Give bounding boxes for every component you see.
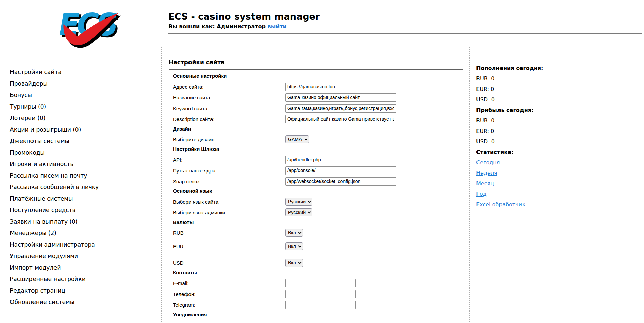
form-row-telegram: Telegram: <box>173 300 463 309</box>
deposit-value-line: RUB: 0 <box>476 75 637 82</box>
core-path-input[interactable] <box>285 166 396 175</box>
usd-toggle-select[interactable]: Вкл <box>285 259 303 267</box>
form-row-soap: Soap шлюз: <box>173 177 463 186</box>
stat-link[interactable]: Excel обработчик <box>476 201 526 208</box>
section-heading-currencies: Валюты <box>173 219 463 225</box>
field-label: USD <box>173 260 285 266</box>
sidebar-item[interactable]: Обновление системы <box>10 297 146 308</box>
field-label: Путь к папке ядра: <box>173 168 285 174</box>
sidebar-item[interactable]: Поступление средств <box>10 205 146 216</box>
field-label: E-mail: <box>173 280 285 286</box>
section-heading-design: Дизайн <box>173 125 463 132</box>
rub-toggle-select[interactable]: Вкл <box>285 229 303 237</box>
form-row-usd: USD Вкл <box>173 258 463 267</box>
statistics-title: Статистика: <box>476 149 637 155</box>
login-user: Администратор <box>217 23 266 30</box>
section-heading-gateway: Настройки Шлюза <box>173 146 463 152</box>
login-status: Вы вошли как: Администратор выйти <box>168 23 642 30</box>
sidebar-item[interactable]: Импорт модулей <box>10 262 146 274</box>
profit-value-line: USD: 0 <box>476 138 637 145</box>
sidebar-item[interactable]: Провайдеры <box>10 78 146 90</box>
field-label: Description сайта: <box>173 116 285 122</box>
field-label: Телефон: <box>173 291 285 297</box>
api-input[interactable] <box>285 156 396 164</box>
field-label: Выбери язык сайта <box>173 199 285 205</box>
stat-link-line: Сегодня <box>476 159 637 166</box>
header-divider <box>168 33 642 34</box>
email-input[interactable] <box>285 279 356 287</box>
stat-link-line: Год <box>476 191 637 197</box>
form-row-eur: EUR Вкл <box>173 242 463 251</box>
section-heading-contacts: Контакты <box>173 269 463 276</box>
sidebar-item[interactable]: Джекпоты системы <box>10 136 146 147</box>
eur-toggle-select[interactable]: Вкл <box>285 242 303 250</box>
field-label: Выберите дизайн: <box>173 137 285 142</box>
sidebar-item[interactable]: Менеджеры (2) <box>10 228 146 239</box>
sidebar-item[interactable]: Управление модулями <box>10 251 146 262</box>
sidebar-item[interactable]: Редактор страниц <box>10 285 146 297</box>
deposit-value-line: USD: 0 <box>476 96 637 103</box>
admin-language-select[interactable]: Русский <box>285 208 312 216</box>
site-description-input[interactable] <box>285 115 396 123</box>
section-heading-language: Основной язык <box>173 188 463 194</box>
phone-input[interactable] <box>285 290 356 298</box>
sidebar-item[interactable]: Турниры (0) <box>10 101 146 113</box>
site-language-select[interactable]: Русский <box>285 198 312 206</box>
field-label: RUB <box>173 230 285 236</box>
stat-link[interactable]: Сегодня <box>476 159 500 166</box>
profit-today-list: RUB: 0 EUR: 0 USD: 0 <box>476 117 637 145</box>
stat-link-line: Месяц <box>476 180 637 187</box>
stat-link[interactable]: Месяц <box>476 180 494 187</box>
sidebar-item[interactable]: Настройки сайта <box>10 67 146 78</box>
site-address-input[interactable] <box>285 83 396 91</box>
sidebar-item[interactable]: Бонусы <box>10 90 146 101</box>
deposit-value-line: EUR: 0 <box>476 86 637 92</box>
sidebar-item[interactable]: Настройки администратора <box>10 239 146 251</box>
sidebar-item[interactable]: Игроки и активность <box>10 159 146 170</box>
field-label: Keyword сайта: <box>173 106 285 111</box>
stat-link-line: Excel обработчик <box>476 201 637 208</box>
field-label: Название сайта: <box>173 95 285 100</box>
sidebar-item[interactable]: Рассылка писем на почту <box>10 170 146 182</box>
sidebar-item[interactable]: Платёжные системы <box>10 193 146 205</box>
ecs-logo: ECS ECS <box>47 4 121 48</box>
design-select[interactable]: GAMA <box>285 135 309 143</box>
profit-value-line: RUB: 0 <box>476 117 637 124</box>
form-row-api: API: <box>173 155 463 164</box>
sidebar-item[interactable]: Расширенные настройки <box>10 274 146 285</box>
form-row-design: Выберите дизайн: GAMA <box>173 135 463 144</box>
soap-gateway-input[interactable] <box>285 177 396 186</box>
deposits-today-list: RUB: 0 EUR: 0 USD: 0 <box>476 75 637 103</box>
stat-link[interactable]: Год <box>476 191 487 197</box>
header: ECS ECS ECS - casino system manager Вы в… <box>0 0 644 47</box>
profit-today-title: Прибыль сегодня: <box>476 107 637 113</box>
sidebar-item[interactable]: Акции и розыгрыши (0) <box>10 124 146 136</box>
section-heading-notifications: Уведомления <box>173 311 463 318</box>
sidebar-nav: Настройки сайта Провайдеры Бонусы Турнир… <box>0 47 161 323</box>
field-label: Адрес сайта: <box>173 84 285 90</box>
site-settings-form: Основные настройки Адрес сайта: Название… <box>169 70 463 323</box>
form-row-phone: Телефон: <box>173 290 463 298</box>
site-name-input[interactable] <box>285 93 396 102</box>
stat-link[interactable]: Неделя <box>476 170 497 176</box>
form-row-rub: RUB Вкл <box>173 228 463 237</box>
panel-title: Настройки сайта <box>169 59 463 66</box>
stats-panel: Пополнения сегодня: RUB: 0 EUR: 0 USD: 0… <box>470 47 644 323</box>
form-row-core-path: Путь к папке ядра: <box>173 166 463 175</box>
logout-link[interactable]: выйти <box>268 23 287 30</box>
section-heading-basic: Основные настройки <box>173 73 463 79</box>
field-label: API: <box>173 157 285 163</box>
page-title: ECS - casino system manager <box>168 11 642 22</box>
sidebar-item[interactable]: Промокоды <box>10 147 146 159</box>
login-prefix: Вы вошли как: <box>168 23 215 30</box>
form-row-email: E-mail: <box>173 279 463 287</box>
telegram-input[interactable] <box>285 301 356 309</box>
form-row-site-address: Адрес сайта: <box>173 82 463 91</box>
site-keywords-input[interactable] <box>285 104 396 113</box>
sidebar-item[interactable]: Лотереи (0) <box>10 113 146 124</box>
field-label: Telegram: <box>173 302 285 308</box>
form-row-keywords: Keyword сайта: <box>173 104 463 113</box>
deposits-today-title: Пополнения сегодня: <box>476 65 637 71</box>
sidebar-item[interactable]: Заявки на выплату (0) <box>10 216 146 228</box>
sidebar-item[interactable]: Рассылка сообщений в личку <box>10 182 146 193</box>
